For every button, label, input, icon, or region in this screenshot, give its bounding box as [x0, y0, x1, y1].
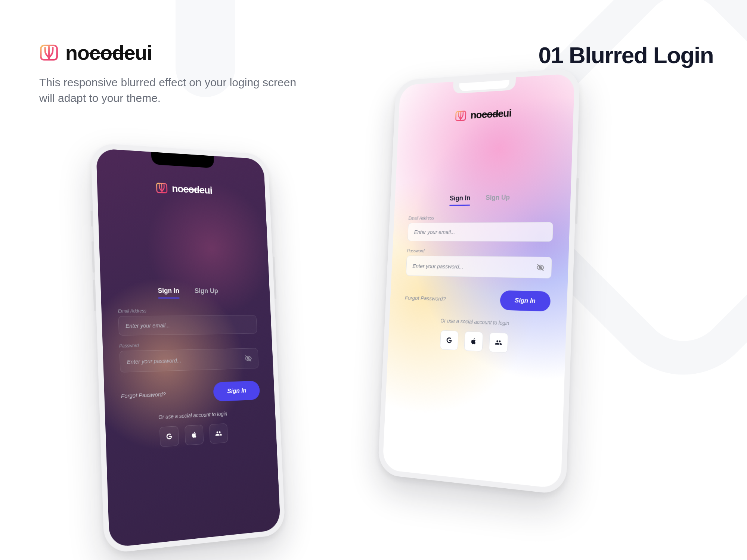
people-icon	[215, 430, 223, 438]
auth-tabs: Sign In Sign Up	[117, 287, 256, 299]
sign-in-button[interactable]: Sign In	[500, 290, 551, 312]
nocodeui-logo-icon	[39, 43, 59, 62]
phone-mockup-dark: nocodeui Sign In Sign Up Email Address E…	[90, 143, 285, 554]
social-divider-text: Or use a social account to login	[122, 409, 261, 422]
eye-off-icon[interactable]	[244, 354, 252, 363]
password-input[interactable]: Enter your password...	[406, 255, 552, 278]
email-placeholder: Enter your email...	[125, 322, 170, 329]
email-field-group: Email Address Enter your email...	[407, 214, 554, 242]
email-input[interactable]: Enter your email...	[407, 222, 553, 242]
forgot-password-link[interactable]: Forgot Password?	[405, 294, 446, 302]
password-input[interactable]: Enter your password...	[120, 348, 259, 373]
people-icon	[495, 339, 503, 346]
google-login-button[interactable]	[440, 330, 459, 350]
google-icon	[446, 336, 453, 344]
email-input[interactable]: Enter your email...	[118, 315, 257, 336]
email-label: Email Address	[118, 308, 256, 314]
password-field-group: Password Enter your password...	[119, 341, 259, 373]
sign-in-button[interactable]: Sign In	[213, 381, 260, 402]
group-login-button[interactable]	[209, 423, 228, 444]
action-row: Forgot Password? Sign In	[405, 288, 551, 311]
apple-icon	[470, 337, 477, 345]
password-label: Password	[407, 248, 552, 255]
phone-side-button	[92, 241, 95, 273]
nocodeui-logo-icon	[155, 181, 168, 195]
tab-sign-up[interactable]: Sign Up	[195, 287, 218, 299]
password-field-group: Password Enter your password...	[406, 248, 552, 279]
login-screen-dark: nocodeui Sign In Sign Up Email Address E…	[96, 148, 280, 548]
tab-sign-in[interactable]: Sign In	[449, 194, 470, 206]
apple-login-button[interactable]	[464, 331, 483, 352]
eye-off-icon[interactable]	[536, 263, 545, 272]
email-field-group: Email Address Enter your email...	[118, 308, 257, 336]
brand-name: nocodeui	[470, 107, 511, 121]
brand-name: nocodeui	[172, 183, 213, 196]
apple-login-button[interactable]	[185, 424, 204, 445]
login-screen-light: nocodeui Sign In Sign Up Email Address E…	[382, 73, 575, 489]
page-title: 01 Blurred Login	[538, 42, 713, 68]
description: This responsive blurred effect on your l…	[39, 75, 301, 106]
email-label: Email Address	[408, 214, 554, 221]
phone-side-button	[93, 280, 96, 311]
social-divider-text: Or use a social account to login	[404, 316, 550, 328]
header: nocodeui This responsive blurred effect …	[39, 41, 301, 106]
forgot-password-link[interactable]: Forgot Password?	[121, 391, 166, 399]
brand-logo: nocodeui	[39, 41, 301, 64]
tab-sign-in[interactable]: Sign In	[158, 287, 179, 298]
tab-sign-up[interactable]: Sign Up	[486, 193, 510, 205]
phone-side-button	[90, 211, 93, 227]
action-row: Forgot Password? Sign In	[121, 381, 260, 406]
google-icon	[165, 432, 173, 441]
social-buttons	[403, 329, 549, 355]
password-label: Password	[119, 341, 258, 349]
email-placeholder: Enter your email...	[414, 229, 455, 235]
group-login-button[interactable]	[489, 332, 508, 353]
auth-tabs: Sign In Sign Up	[409, 193, 554, 206]
password-placeholder: Enter your password...	[127, 357, 181, 365]
password-placeholder: Enter your password...	[412, 262, 464, 270]
phone-side-button	[273, 256, 277, 299]
google-login-button[interactable]	[159, 426, 179, 447]
phone-mockup-light: nocodeui Sign In Sign Up Email Address E…	[378, 68, 580, 495]
nocodeui-logo-icon	[455, 109, 467, 122]
social-buttons	[122, 421, 262, 449]
apple-icon	[191, 431, 198, 439]
brand-name: nocodeui	[65, 41, 152, 64]
